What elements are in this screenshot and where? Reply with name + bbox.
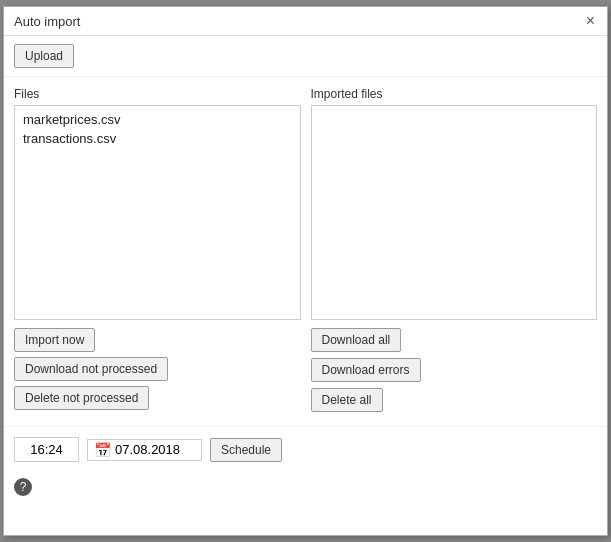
files-list: marketprices.csv transactions.csv <box>14 105 301 320</box>
left-panel-actions: Import now Download not processed Delete… <box>14 328 301 410</box>
imported-files-list <box>311 105 598 320</box>
file-item-marketprices[interactable]: marketprices.csv <box>19 110 296 129</box>
right-panel: Imported files Download all Download err… <box>311 87 598 412</box>
auto-import-dialog: Auto import × Upload Files marketprices.… <box>3 6 608 536</box>
files-label: Files <box>14 87 301 101</box>
imported-files-label: Imported files <box>311 87 598 101</box>
file-item-transactions[interactable]: transactions.csv <box>19 129 296 148</box>
dialog-titlebar: Auto import × <box>4 7 607 36</box>
help-icon[interactable]: ? <box>14 478 32 496</box>
calendar-icon: 📅 <box>94 442 111 458</box>
date-wrapper: 📅 <box>87 439 202 461</box>
date-input[interactable] <box>115 442 195 457</box>
right-panel-actions: Download all Download errors Delete all <box>311 328 598 412</box>
upload-button[interactable]: Upload <box>14 44 74 68</box>
left-panel: Files marketprices.csv transactions.csv … <box>14 87 301 412</box>
help-section: ? <box>4 472 607 506</box>
close-button[interactable]: × <box>584 13 597 29</box>
dialog-title: Auto import <box>14 14 80 29</box>
download-errors-button[interactable]: Download errors <box>311 358 421 382</box>
schedule-button[interactable]: Schedule <box>210 438 282 462</box>
delete-all-button[interactable]: Delete all <box>311 388 383 412</box>
download-not-processed-button[interactable]: Download not processed <box>14 357 168 381</box>
dialog-footer: 📅 Schedule <box>4 426 607 472</box>
dialog-content: Files marketprices.csv transactions.csv … <box>4 77 607 422</box>
import-now-button[interactable]: Import now <box>14 328 95 352</box>
download-all-button[interactable]: Download all <box>311 328 402 352</box>
dialog-toolbar: Upload <box>4 36 607 77</box>
time-input[interactable] <box>14 437 79 462</box>
delete-not-processed-button[interactable]: Delete not processed <box>14 386 149 410</box>
